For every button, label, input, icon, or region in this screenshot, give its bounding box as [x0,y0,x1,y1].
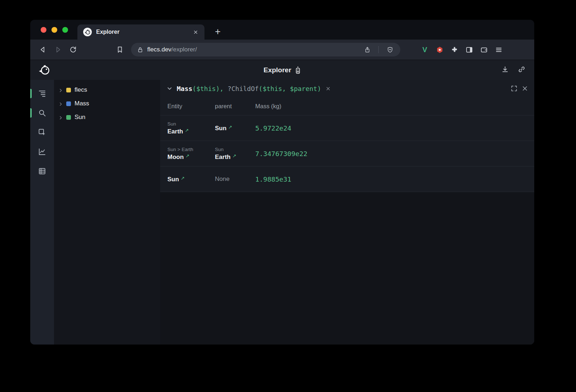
chevron-right-icon[interactable] [58,101,63,106]
new-tab-button[interactable]: + [212,26,223,37]
entity-link[interactable]: Earth [167,128,183,135]
browser-window: Explorer + flecs.dev/explorer/ [30,20,534,345]
content-area: flecs Mass Sun Mass($this), ?ChildOf($th… [30,80,534,345]
tree-item-label: Sun [75,114,85,121]
side-panel-icon[interactable] [464,45,474,55]
query-panel: Mass($this), ?ChildOf($this, $parent) En… [160,80,534,345]
search-icon[interactable] [38,109,46,117]
flecs-favicon-icon [83,28,92,36]
bookmark-icon[interactable] [114,44,126,56]
lock-icon [137,46,144,53]
hexagon-extension-icon[interactable] [435,45,445,55]
tree-item-label: Mass [75,100,89,107]
share-icon[interactable] [361,44,373,56]
header-actions [501,65,526,75]
window-controls [41,20,68,40]
column-header-entity: Entity [167,103,215,110]
mass-cell: 7.34767309e22 [255,146,534,161]
parent-link[interactable]: None [215,176,230,182]
tree-item-label: flecs [75,86,87,94]
chevron-right-icon[interactable] [58,115,63,120]
forward-button[interactable] [52,44,64,56]
entity-cell: Sun↗ [167,172,215,187]
close-panel-icon[interactable] [521,85,528,92]
column-header-parent: parent [215,103,255,110]
table-row: Sun↗ None 1.9885e31 [160,166,534,192]
tool-rail [30,80,54,345]
brave-shield-icon[interactable] [384,44,396,56]
tab-explorer[interactable]: Explorer [77,24,204,40]
mass-cell: 1.9885e31 [255,172,534,187]
entity-color-swatch [66,101,71,106]
divider [378,46,379,53]
navigation-bar: flecs.dev/explorer/ V [30,40,534,60]
chevron-right-icon[interactable] [58,88,63,92]
parent-link[interactable]: Sun [215,125,226,132]
back-button[interactable] [37,44,49,56]
address-bar[interactable]: flecs.dev/explorer/ [131,43,400,56]
entity-cell: Sun Earth↗ [167,118,215,139]
entity-path: Sun [167,121,212,127]
page-title-group: Explorer [264,66,301,74]
mass-cell: 5.9722e24 [255,121,534,136]
entity-path: Sun > Earth [167,147,212,152]
copy-link-icon[interactable] [518,65,526,75]
active-tool-indicator [30,108,32,118]
query-results-table: Sun Earth↗ Sun↗ 5.9722e24 Sun > Earth Mo… [160,115,534,192]
query-header: Mass($this), ?ChildOf($this, $parent) [160,80,534,97]
mass-value: 1.9885e31 [255,176,291,183]
close-window-button[interactable] [41,27,46,33]
data-rows-icon[interactable] [38,167,46,176]
mass-value: 7.34767309e22 [255,150,307,158]
table-row: Sun > Earth Moon↗ Sun Earth↗ 7.34767309e… [160,141,534,166]
maximize-window-button[interactable] [62,27,68,33]
chevron-down-icon[interactable] [166,85,173,92]
page-title: Explorer [264,66,291,74]
clear-query-icon[interactable] [325,86,331,91]
entity-tree: flecs Mass Sun [54,80,160,345]
parent-path: Sun [215,147,252,152]
tab-strip: Explorer + [30,20,534,40]
entity-color-swatch [66,115,71,120]
app-header: Explorer [30,60,534,80]
mass-value: 5.9722e24 [255,124,291,132]
open-entity-icon[interactable]: ↗ [181,176,185,181]
empty-area [160,192,534,345]
entity-cell: Sun > Earth Moon↗ [167,143,215,164]
entity-link[interactable]: Moon [167,154,184,160]
parent-cell: None [215,172,255,186]
flecs-logo-icon[interactable] [39,64,50,76]
tree-item[interactable]: Sun [54,110,160,124]
parent-cell: Sun↗ [215,121,255,136]
connection-remote-icon [295,66,301,74]
table-row: Sun Earth↗ Sun↗ 5.9722e24 [160,115,534,141]
open-entity-icon[interactable]: ↗ [185,153,189,159]
inspect-icon[interactable] [38,128,46,137]
parent-cell: Sun Earth↗ [215,143,255,164]
url-path: /explorer/ [171,46,197,53]
tree-item[interactable]: flecs [54,83,160,97]
open-parent-icon[interactable]: ↗ [228,124,232,130]
statistics-icon[interactable] [38,147,46,156]
entity-color-swatch [66,88,71,92]
url-text: flecs.dev/explorer/ [147,46,197,53]
active-tool-indicator [30,89,32,98]
vue-devtools-icon[interactable]: V [420,45,430,55]
query-text[interactable]: Mass($this), ?ChildOf($this, $parent) [177,85,321,92]
expand-panel-icon[interactable] [510,85,518,92]
parent-link[interactable]: Earth [215,154,230,160]
puzzle-extensions-icon[interactable] [449,45,459,55]
table-header: Entity parent Mass (kg) [160,97,534,115]
entity-link[interactable]: Sun [167,176,179,183]
minimize-window-button[interactable] [51,27,57,33]
entity-tree-icon[interactable] [38,89,46,98]
reload-button[interactable] [67,44,79,56]
wallet-icon[interactable] [479,45,489,55]
menu-icon[interactable] [494,45,504,55]
tab-close-icon[interactable] [192,28,199,36]
tree-item[interactable]: Mass [54,97,160,110]
extensions-area: V [420,45,505,55]
open-parent-icon[interactable]: ↗ [232,153,236,159]
open-entity-icon[interactable]: ↗ [185,128,189,133]
download-icon[interactable] [501,65,509,75]
